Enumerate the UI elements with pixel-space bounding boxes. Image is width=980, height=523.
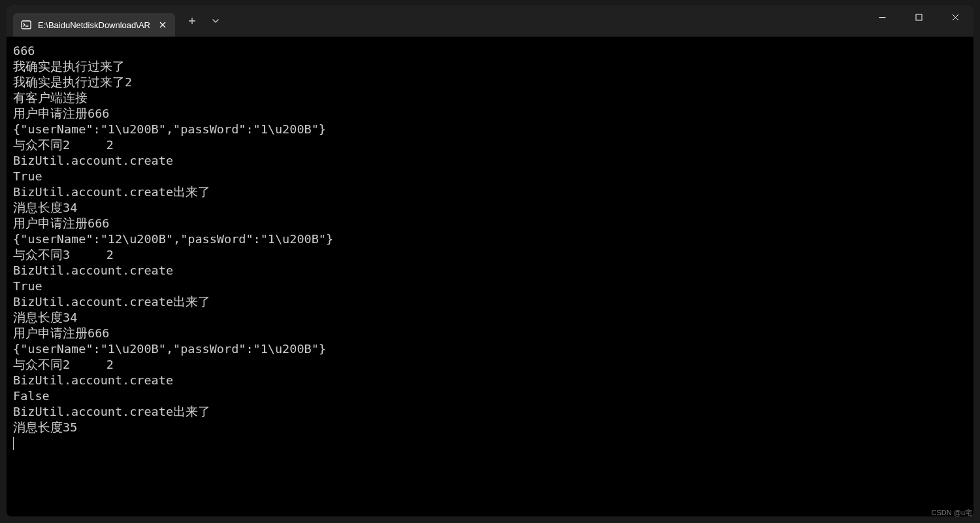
terminal-line: 与众不同2 2 xyxy=(13,137,967,153)
terminal-line: 消息长度34 xyxy=(13,200,967,216)
close-button[interactable] xyxy=(937,5,973,29)
svg-rect-7 xyxy=(916,14,922,20)
terminal-line: True xyxy=(13,278,967,294)
cursor xyxy=(13,437,14,450)
terminal-line: 我确实是执行过来了 xyxy=(13,59,967,75)
tab-actions xyxy=(175,5,226,37)
terminal-line: BizUtil.account.create xyxy=(13,153,967,169)
terminal-line: BizUtil.account.create xyxy=(13,373,967,388)
terminal-line: 用户申请注册666 xyxy=(13,106,967,122)
terminal-line: 消息长度34 xyxy=(13,310,967,326)
terminal-line: BizUtil.account.create出来了 xyxy=(13,404,967,420)
maximize-button[interactable] xyxy=(900,5,937,29)
titlebar[interactable]: E:\BaiduNetdiskDownload\AR xyxy=(7,5,973,37)
terminal-line: 与众不同2 2 xyxy=(13,357,967,373)
tab-title: E:\BaiduNetdiskDownload\AR xyxy=(38,20,150,30)
terminal-line: True xyxy=(13,169,967,184)
terminal-line: False xyxy=(13,388,967,404)
terminal-line: 我确实是执行过来了2 xyxy=(13,75,967,90)
terminal-icon xyxy=(21,20,31,30)
terminal-line: 有客户端连接 xyxy=(13,90,967,106)
terminal-line: {"userName":"1\u200B","passWord":"1\u200… xyxy=(13,341,967,357)
cursor-line xyxy=(13,435,967,451)
window-controls xyxy=(864,5,973,37)
new-tab-button[interactable] xyxy=(182,10,203,31)
terminal-window: E:\BaiduNetdiskDownload\AR xyxy=(7,5,973,516)
terminal-line: 消息长度35 xyxy=(13,420,967,435)
terminal-line: 666 xyxy=(13,43,967,59)
terminal-line: 用户申请注册666 xyxy=(13,216,967,231)
svg-rect-0 xyxy=(22,21,31,29)
minimize-button[interactable] xyxy=(864,5,900,29)
tab-dropdown-button[interactable] xyxy=(205,10,226,31)
terminal-line: {"userName":"1\u200B","passWord":"1\u200… xyxy=(13,122,967,137)
terminal-line: {"userName":"12\u200B","passWord":"1\u20… xyxy=(13,231,967,247)
watermark: CSDN @u宅 xyxy=(931,508,972,518)
terminal-output[interactable]: 666我确实是执行过来了我确实是执行过来了2有客户端连接用户申请注册666{"u… xyxy=(7,37,973,516)
tab-area: E:\BaiduNetdiskDownload\AR xyxy=(7,5,175,37)
terminal-line: BizUtil.account.create出来了 xyxy=(13,184,967,200)
tab-close-button[interactable] xyxy=(157,19,169,31)
terminal-line: BizUtil.account.create xyxy=(13,263,967,278)
terminal-line: 用户申请注册666 xyxy=(13,326,967,341)
tab-active[interactable]: E:\BaiduNetdiskDownload\AR xyxy=(13,13,175,37)
terminal-line: BizUtil.account.create出来了 xyxy=(13,294,967,310)
terminal-line: 与众不同3 2 xyxy=(13,247,967,263)
